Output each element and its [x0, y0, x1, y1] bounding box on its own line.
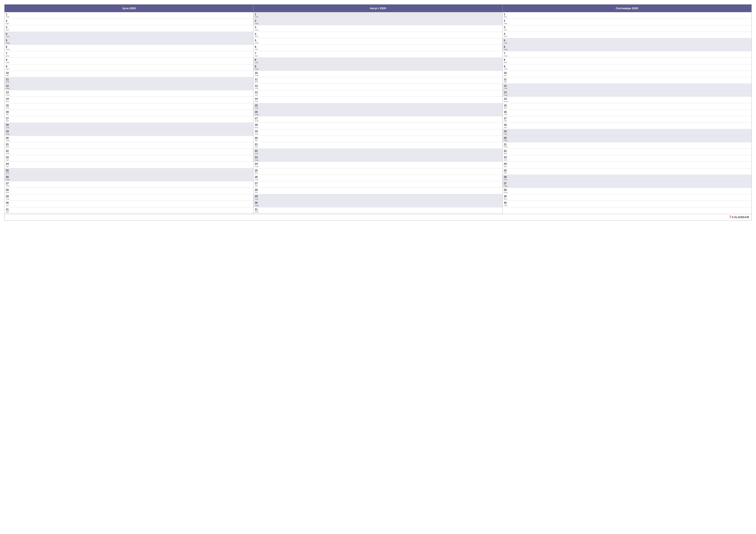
day-row: 8СРЕ — [5, 58, 253, 64]
day-info: 12НЕД — [6, 85, 10, 89]
day-number: 19 — [6, 130, 10, 133]
day-info: 16ЧЕТ — [6, 111, 10, 115]
day-name: ЧЕТ — [504, 29, 508, 31]
day-row: 19СРЕ — [254, 129, 502, 136]
day-number: 20 — [6, 137, 10, 140]
day-number: 24 — [504, 162, 508, 165]
calendar-grid: Јули 20201СРЕ2ЧЕТ3ПЕТ4САБ5НЕД6ПОН7ВТО8СР… — [4, 4, 752, 214]
day-info: 7ПОН — [504, 52, 508, 57]
day-row: 15СРЕ — [5, 103, 253, 110]
day-info: 5СРЕ — [255, 39, 259, 44]
day-row: 15ВТО — [502, 103, 751, 110]
day-row: 14ПОН — [502, 97, 751, 103]
day-number: 5 — [504, 39, 508, 42]
day-number: 9 — [504, 65, 508, 68]
day-info: 5САБ — [504, 39, 508, 44]
day-info: 16СРЕ — [504, 111, 508, 115]
day-info: 24ПОН — [255, 162, 259, 167]
day-number: 10 — [504, 71, 508, 74]
day-number: 30 — [504, 201, 508, 204]
day-row: 11ВТО — [254, 77, 502, 84]
day-name: СРЕ — [504, 68, 508, 70]
day-row: 20ЧЕТ — [254, 136, 502, 142]
day-info: 22САБ — [255, 149, 259, 155]
day-info: 28ПОН — [504, 189, 508, 193]
day-name: ВТО — [6, 146, 10, 148]
day-name: САБ — [255, 107, 259, 109]
day-info: 14ПОН — [504, 97, 508, 103]
day-row: 6ПОН — [5, 45, 253, 51]
day-row: 5САБ — [502, 38, 751, 45]
day-row: 2НЕД — [254, 19, 502, 25]
day-name: САБ — [6, 81, 10, 83]
day-name: ПОН — [255, 211, 259, 213]
day-row: 10ПЕТ — [5, 71, 253, 77]
day-name: ПЕТ — [6, 211, 10, 213]
day-row: 27ПОН — [5, 181, 253, 188]
day-row: 19САБ — [502, 129, 751, 136]
day-number: 28 — [504, 189, 508, 191]
day-name: СРЕ — [504, 114, 508, 115]
day-row: 17ПОН — [254, 116, 502, 123]
day-name: ВТО — [255, 172, 259, 174]
day-name: ПОН — [255, 75, 259, 77]
day-info: 4ПЕТ — [504, 33, 508, 38]
day-name: ПОН — [6, 94, 10, 96]
day-info: 1СРЕ — [6, 13, 10, 18]
day-info: 19СРЕ — [255, 130, 259, 135]
day-number: 2 — [255, 19, 259, 22]
day-name: САБ — [504, 179, 508, 181]
calendar-container: Јули 20201СРЕ2ЧЕТ3ПЕТ4САБ5НЕД6ПОН7ВТО8СР… — [0, 0, 756, 225]
day-row: 25САБ — [5, 168, 253, 175]
logo-area: 7 CALENDAR — [5, 214, 751, 220]
day-name: ПЕТ — [6, 120, 10, 122]
day-info: 3ПОН — [255, 26, 259, 31]
day-info: 18ПЕТ — [504, 123, 508, 129]
day-info: 26САБ — [504, 175, 508, 181]
day-name: ВТО — [504, 107, 508, 109]
day-info: 6НЕД — [504, 45, 508, 51]
day-row: 29ВТО — [502, 194, 751, 201]
day-row: 26НЕД — [5, 175, 253, 181]
day-row: 27ЧЕТ — [254, 181, 502, 188]
day-info: 24ПЕТ — [6, 162, 10, 167]
day-number: 21 — [504, 143, 508, 146]
day-number: 30 — [6, 201, 10, 204]
day-name: ПОН — [6, 185, 10, 187]
day-number: 4 — [6, 33, 10, 36]
day-name: ПЕТ — [6, 75, 10, 77]
day-info: 1ВТО — [504, 13, 508, 18]
day-number: 7 — [504, 52, 508, 55]
day-number: 8 — [6, 58, 10, 62]
month-column-1: Август 20201САБ2НЕД3ПОН4ВТО5СРЕ6ЧЕТ7ПЕТ8… — [254, 5, 502, 214]
day-name: СРЕ — [255, 179, 259, 181]
day-row: 28ПОН — [502, 188, 751, 194]
day-info: 17ЧЕТ — [504, 117, 508, 122]
day-number: 15 — [504, 104, 508, 107]
day-row: 2СРЕ — [502, 19, 751, 25]
day-number: 18 — [504, 123, 508, 126]
day-number: 3 — [504, 26, 508, 29]
day-row: 19НЕД — [5, 129, 253, 136]
day-name: ЧЕТ — [504, 120, 508, 122]
day-name: ВТО — [255, 127, 259, 129]
day-info: 14ВТО — [6, 97, 10, 103]
day-info: 7ВТО — [6, 52, 10, 57]
day-number: 17 — [504, 117, 508, 120]
month-column-0: Јули 20201СРЕ2ЧЕТ3ПЕТ4САБ5НЕД6ПОН7ВТО8СР… — [5, 5, 254, 214]
day-name: НЕД — [255, 159, 259, 161]
day-name: СРЕ — [255, 133, 259, 135]
day-name: НЕД — [6, 179, 10, 181]
day-number: 4 — [255, 33, 259, 36]
day-number: 4 — [504, 33, 508, 36]
day-number: 27 — [504, 182, 508, 185]
day-info: 9ЧЕТ — [6, 65, 10, 70]
day-number: 25 — [6, 169, 10, 172]
day-name: ЧЕТ — [6, 205, 10, 207]
day-row: 23НЕД — [254, 155, 502, 162]
day-info: 8САБ — [255, 58, 259, 64]
day-info: 12СРЕ — [255, 85, 259, 89]
day-name: СРЕ — [255, 42, 259, 44]
day-name: НЕД — [504, 49, 508, 51]
day-name: ВТО — [255, 36, 259, 38]
